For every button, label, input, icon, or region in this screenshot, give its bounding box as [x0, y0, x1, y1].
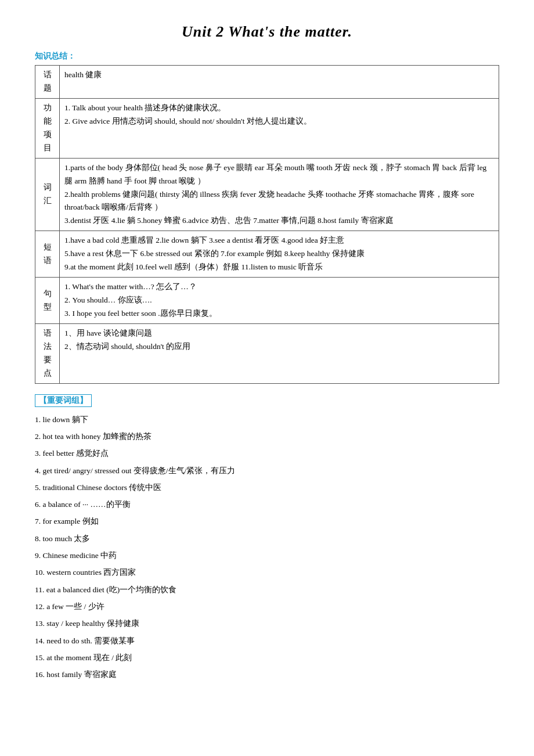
- row-content-5: 1、用 have 谈论健康问题 2、情态动词 should, shouldn't…: [60, 323, 499, 383]
- vocab-item: 9. Chinese medicine 中药: [35, 549, 499, 563]
- page-title: Unit 2 What's the matter.: [35, 23, 499, 41]
- row-label-1: 功能 项目: [35, 98, 60, 158]
- vocab-list: 1. lie down 躺下2. hot tea with honey 加蜂蜜的…: [35, 413, 499, 682]
- row-content-1: 1. Talk about your health 描述身体的健康状况。 2. …: [60, 98, 499, 158]
- row-content-0: health 健康: [60, 66, 499, 99]
- knowledge-section-label: 知识总结：: [35, 51, 499, 62]
- vocab-item: 8. too much 太多: [35, 532, 499, 546]
- vocab-item: 5. traditional Chinese doctors 传统中医: [35, 481, 499, 495]
- table-row: 短语1.have a bad cold 患重感冒 2.lie down 躺下 3…: [35, 231, 499, 278]
- vocab-item: 7. for example 例如: [35, 514, 499, 528]
- vocab-section: 【重要词组】 1. lie down 躺下2. hot tea with hon…: [35, 394, 499, 682]
- vocab-item: 13. stay / keep healthy 保持健康: [35, 617, 499, 631]
- vocab-item: 3. feel better 感觉好点: [35, 447, 499, 460]
- row-label-5: 语法 要点: [35, 323, 60, 383]
- table-row: 功能 项目1. Talk about your health 描述身体的健康状况…: [35, 98, 499, 158]
- row-content-4: 1. What's the matter with…? 怎么了…？ 2. You…: [60, 278, 499, 324]
- vocab-item: 2. hot tea with honey 加蜂蜜的热茶: [35, 430, 499, 444]
- vocab-section-title: 【重要词组】: [35, 394, 92, 407]
- vocab-item: 6. a balance of ··· ……的平衡: [35, 498, 499, 512]
- vocab-item: 14. need to do sth. 需要做某事: [35, 634, 499, 648]
- vocab-item: 10. western countries 西方国家: [35, 566, 499, 579]
- row-content-2: 1.parts of the body 身体部位( head 头 nose 鼻子…: [60, 158, 499, 231]
- table-row: 句型1. What's the matter with…? 怎么了…？ 2. Y…: [35, 278, 499, 324]
- knowledge-table: 话题health 健康功能 项目1. Talk about your healt…: [35, 65, 499, 384]
- vocab-item: 11. eat a balanced diet (吃)一个均衡的饮食: [35, 583, 499, 597]
- table-row: 语法 要点1、用 have 谈论健康问题 2、情态动词 should, shou…: [35, 323, 499, 383]
- vocab-item: 4. get tired/ angry/ stressed out 变得疲惫/生…: [35, 464, 499, 478]
- row-label-2: 词汇: [35, 158, 60, 231]
- row-content-3: 1.have a bad cold 患重感冒 2.lie down 躺下 3.s…: [60, 231, 499, 278]
- row-label-0: 话题: [35, 66, 60, 99]
- table-row: 话题health 健康: [35, 66, 499, 99]
- row-label-3: 短语: [35, 231, 60, 278]
- table-row: 词汇1.parts of the body 身体部位( head 头 nose …: [35, 158, 499, 231]
- row-label-4: 句型: [35, 278, 60, 324]
- vocab-item: 12. a few 一些 / 少许: [35, 600, 499, 614]
- vocab-item: 1. lie down 躺下: [35, 413, 499, 427]
- vocab-item: 16. host family 寄宿家庭: [35, 668, 499, 682]
- vocab-item: 15. at the moment 现在 / 此刻: [35, 651, 499, 665]
